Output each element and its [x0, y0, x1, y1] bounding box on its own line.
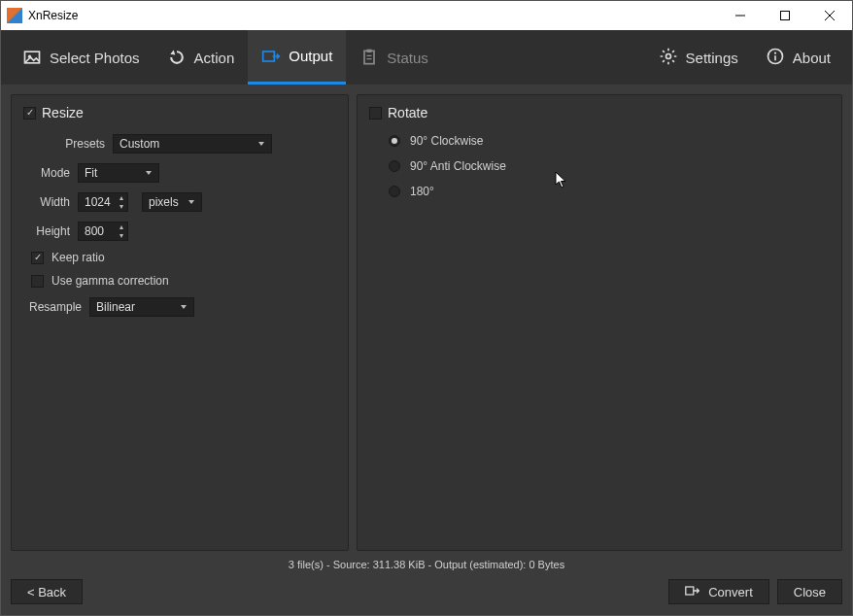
convert-icon: [685, 584, 700, 600]
rotate-180-label: 180°: [410, 185, 434, 198]
tab-output-label: Output: [289, 48, 332, 64]
convert-button-label: Convert: [708, 585, 753, 599]
keep-ratio-checkbox[interactable]: [31, 252, 44, 264]
tab-output[interactable]: Output: [248, 30, 346, 85]
content-area: Resize Presets Custom Mode Fit Width: [1, 85, 852, 555]
tab-status[interactable]: Status: [346, 30, 442, 85]
svg-rect-3: [263, 51, 275, 61]
triangle-up-icon: [116, 193, 127, 202]
triangle-down-icon: [116, 202, 127, 211]
presets-select[interactable]: Custom: [113, 134, 272, 154]
tab-action-label: Action: [194, 50, 235, 66]
window-title: XnResize: [28, 9, 78, 22]
resize-panel: Resize Presets Custom Mode Fit Width: [11, 94, 349, 551]
titlebar: XnResize: [1, 1, 852, 30]
export-icon: [261, 47, 281, 66]
presets-label: Presets: [23, 137, 105, 151]
resample-label: Resample: [23, 300, 82, 314]
svg-rect-0: [781, 12, 790, 20]
rotate-title: Rotate: [388, 105, 427, 120]
close-icon: [825, 11, 835, 20]
close-button-label: Close: [794, 585, 826, 599]
chevron-down-icon: [145, 169, 153, 177]
tab-select-photos[interactable]: Select Photos: [9, 30, 154, 85]
resample-select[interactable]: Bilinear: [89, 297, 194, 317]
app-window: XnResize Select Photos Action: [0, 0, 853, 616]
gear-icon: [659, 47, 678, 69]
svg-rect-4: [364, 51, 374, 63]
back-button[interactable]: < Back: [11, 579, 83, 604]
rotate-90cw-label: 90° Clockwise: [410, 134, 484, 148]
rotate-180-radio[interactable]: [389, 186, 400, 197]
svg-rect-9: [686, 587, 694, 595]
svg-point-6: [665, 53, 670, 58]
maximize-button[interactable]: [763, 1, 807, 30]
chevron-down-icon: [188, 198, 195, 206]
convert-button[interactable]: Convert: [668, 579, 769, 604]
gamma-checkbox[interactable]: [31, 275, 44, 288]
rotate-90cw-radio[interactable]: [389, 135, 400, 147]
app-icon: [7, 8, 22, 23]
mode-value: Fit: [85, 166, 97, 180]
info-icon: [766, 47, 785, 69]
settings-label: Settings: [686, 50, 738, 66]
chevron-down-icon: [257, 140, 265, 148]
height-value: 800: [85, 224, 104, 238]
height-input[interactable]: 800: [78, 222, 128, 241]
svg-rect-5: [367, 50, 372, 52]
back-button-label: < Back: [27, 585, 66, 599]
keep-ratio-label: Keep ratio: [51, 251, 105, 264]
settings-button[interactable]: Settings: [645, 30, 752, 85]
mode-label: Mode: [23, 166, 70, 180]
close-window-button[interactable]: [807, 1, 852, 30]
resample-value: Bilinear: [96, 300, 135, 314]
width-value: 1024: [85, 195, 111, 209]
rotate-90ccw-label: 90° Anti Clockwise: [410, 159, 506, 173]
svg-point-8: [774, 51, 776, 53]
minimize-button[interactable]: [718, 1, 763, 30]
height-spinner[interactable]: [116, 222, 127, 240]
tab-select-photos-label: Select Photos: [50, 50, 140, 66]
tabstrip: Select Photos Action Output Status Sett: [1, 30, 852, 85]
chevron-down-icon: [180, 303, 188, 311]
width-spinner[interactable]: [116, 193, 127, 211]
units-value: pixels: [149, 195, 179, 209]
rotate-panel: Rotate 90° Clockwise 90° Anti Clockwise …: [357, 94, 842, 551]
clipboard-icon: [359, 48, 379, 67]
rotate-enable-checkbox[interactable]: [369, 107, 382, 120]
resize-title: Resize: [42, 105, 84, 120]
status-line: 3 file(s) - Source: 311.38 KiB - Output …: [1, 555, 852, 574]
width-input[interactable]: 1024: [78, 192, 128, 212]
minimize-icon: [735, 11, 745, 20]
about-label: About: [793, 50, 831, 66]
gamma-label: Use gamma correction: [51, 274, 169, 288]
tab-action[interactable]: Action: [154, 30, 249, 85]
triangle-up-icon: [116, 222, 127, 231]
photos-icon: [22, 48, 42, 67]
undo-icon: [167, 48, 187, 67]
height-label: Height: [23, 224, 70, 238]
width-label: Width: [23, 195, 70, 209]
units-select[interactable]: pixels: [142, 192, 202, 212]
close-button[interactable]: Close: [777, 579, 842, 604]
bottom-bar: < Back Convert Close: [1, 574, 852, 615]
presets-value: Custom: [119, 137, 159, 151]
rotate-90ccw-radio[interactable]: [389, 160, 400, 172]
about-button[interactable]: About: [752, 30, 844, 85]
triangle-down-icon: [116, 231, 127, 240]
maximize-icon: [780, 11, 790, 20]
resize-enable-checkbox[interactable]: [23, 107, 36, 120]
mode-select[interactable]: Fit: [78, 163, 159, 183]
tab-status-label: Status: [387, 50, 428, 66]
